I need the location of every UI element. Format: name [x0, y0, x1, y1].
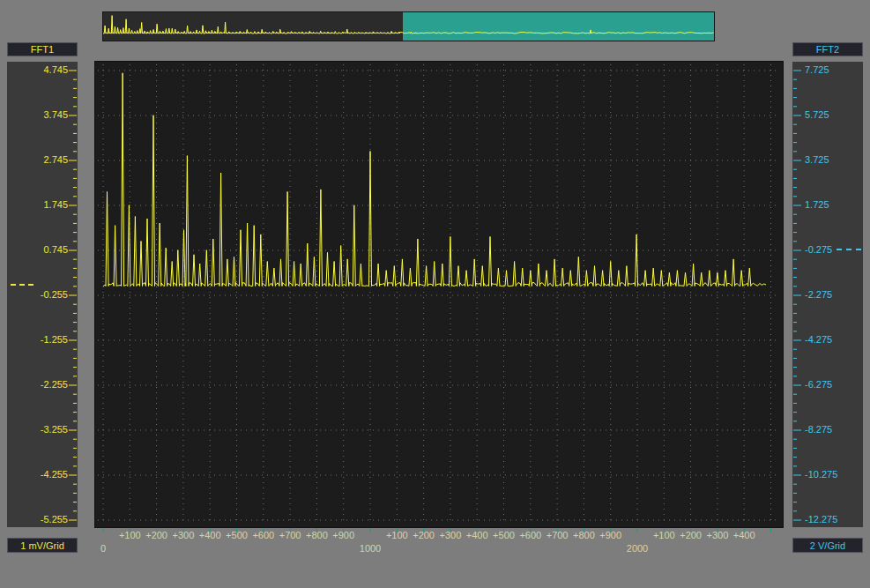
x-axis-minor-label: +100 [653, 530, 675, 540]
x-axis-minor-label: +700 [547, 530, 569, 540]
x-axis-minor-label: +300 [707, 530, 729, 540]
x-axis-minor-label: +500 [226, 530, 248, 540]
x-axis-minor-label: +400 [733, 530, 755, 540]
x-axis-minor-label: +300 [440, 530, 462, 540]
x-axis-minor-label: +100 [119, 530, 141, 540]
x-axis-minor-label: +500 [493, 530, 515, 540]
fft1-tick-label: 3.745 [43, 109, 68, 121]
x-axis-minor-label: +700 [279, 530, 301, 540]
fft2-tick-label: -4.275 [805, 334, 832, 346]
fft2-channel-label: FFT2 [792, 42, 863, 56]
fft1-tick-label: 1.745 [43, 199, 68, 211]
fft2-title-text: FFT2 [816, 44, 839, 55]
x-axis-minor-label: +900 [599, 530, 621, 540]
x-axis-minor-label: +400 [466, 530, 488, 540]
fft1-tick-label: 0.745 [43, 244, 68, 256]
x-axis-major-label: 0 [100, 543, 106, 554]
fft1-tick-label: -2.255 [41, 379, 68, 391]
fft2-tick-label: -2.275 [805, 289, 832, 301]
fft1-tick-label: -4.255 [41, 469, 68, 480]
fft2-tick-label: -6.275 [805, 379, 832, 391]
x-axis-minor-label: +200 [413, 530, 435, 540]
fft2-tick-label: -8.275 [805, 424, 832, 435]
x-axis-minor-label: +400 [199, 530, 221, 540]
x-axis-minor-label: +300 [173, 530, 195, 540]
fft1-scale-label: 1 mV/Grid [20, 540, 64, 551]
fft1-tick-label: 4.745 [43, 64, 68, 76]
fft2-tick-label: 7.725 [805, 64, 829, 76]
fft2-tick-label: 5.725 [805, 109, 829, 121]
fft2-scale-box: 2 V/Grid [792, 538, 863, 553]
x-axis-minor-label: +200 [145, 530, 167, 540]
spectrum-overview-minimap[interactable] [103, 12, 714, 41]
fft-trace [95, 62, 783, 527]
x-axis-minor-label: +800 [573, 530, 595, 540]
x-axis-minor-label: +900 [332, 530, 354, 540]
fft1-tick-label: -1.255 [41, 334, 68, 346]
spectrum-analyzer-window: FFT1 4.7453.7452.7451.7450.745-0.255-1.2… [0, 0, 870, 588]
x-axis-major-label: 1000 [360, 543, 381, 554]
fft2-tick-label: 1.725 [805, 199, 829, 211]
fft2-scale-label: 2 V/Grid [810, 540, 845, 551]
fft2-tick-label: -10.275 [805, 469, 837, 480]
fft2-tick-label: -0.275 [805, 244, 832, 256]
fft1-channel-label: FFT1 [7, 42, 78, 56]
fft2-axis-ruler[interactable]: 7.7255.7253.7251.725-0.275-2.275-4.275-6… [792, 62, 863, 527]
spectrum-plot-area[interactable] [95, 62, 783, 527]
fft1-tick-label: -0.255 [41, 289, 68, 301]
fft1-title-text: FFT1 [31, 44, 54, 55]
x-axis-minor-label: +800 [306, 530, 328, 540]
minimap-trace [103, 12, 714, 41]
x-axis-major-label: 2000 [627, 543, 648, 554]
x-axis-minor-label: +100 [386, 530, 408, 540]
x-axis-minor-label: +600 [519, 530, 541, 540]
x-axis-minor-label: +600 [252, 530, 274, 540]
fft1-axis-ruler[interactable]: 4.7453.7452.7451.7450.745-0.255-1.255-2.… [7, 62, 78, 527]
x-axis-minor-label: +200 [680, 530, 702, 540]
fft1-tick-label: 2.745 [43, 154, 68, 166]
fft1-scale-box: 1 mV/Grid [7, 538, 78, 553]
fft1-zero-level-marker[interactable] [11, 284, 33, 286]
fft1-tick-label: -5.255 [41, 514, 68, 525]
fft1-tick-label: -3.255 [41, 424, 68, 435]
fft2-tick-label: -12.275 [805, 514, 837, 525]
fft2-tick-label: 3.725 [805, 154, 829, 166]
fft2-zero-level-marker[interactable] [837, 249, 861, 250]
